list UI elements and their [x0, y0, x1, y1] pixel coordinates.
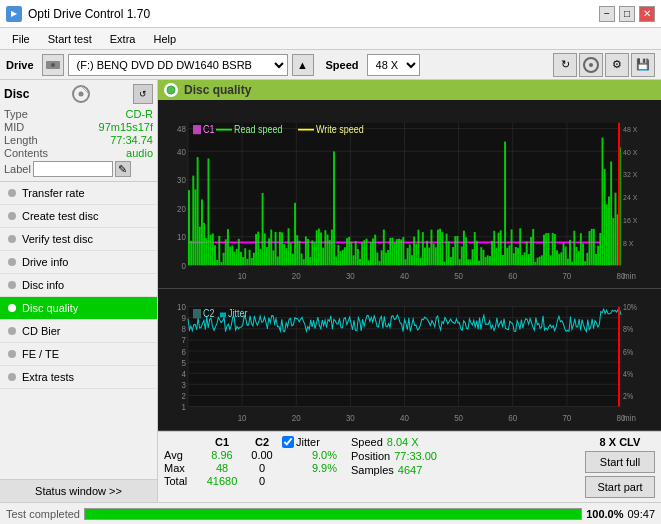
svg-rect-48: [194, 189, 196, 265]
svg-rect-125: [361, 242, 363, 265]
svg-rect-60: [220, 262, 222, 265]
sidebar-item-drive-info[interactable]: Drive info: [0, 251, 157, 274]
status-window-button[interactable]: Status window >>: [0, 479, 157, 502]
nav-dot-icon: [8, 189, 16, 197]
svg-rect-185: [491, 241, 493, 265]
svg-rect-87: [279, 232, 281, 265]
svg-rect-210: [545, 233, 547, 265]
nav-item-label: Disc quality: [22, 302, 78, 314]
speed-row: Speed 8.04 X: [351, 436, 437, 448]
disc-refresh-button[interactable]: ↺: [133, 84, 153, 104]
svg-rect-132: [376, 253, 378, 266]
svg-rect-148: [411, 255, 413, 265]
svg-rect-184: [489, 256, 491, 265]
svg-rect-297: [193, 309, 201, 318]
svg-text:min: min: [623, 270, 636, 281]
svg-text:48: 48: [177, 123, 186, 134]
samples-row: Samples 4647: [351, 464, 437, 476]
disc-header: Disc ↺: [4, 84, 153, 104]
app-title: Opti Drive Control 1.70: [28, 7, 150, 21]
start-full-button[interactable]: Start full: [585, 451, 655, 473]
label-input[interactable]: [33, 161, 113, 177]
sidebar-item-fe-te[interactable]: FE / TE: [0, 343, 157, 366]
sidebar-item-extra-tests[interactable]: Extra tests: [0, 366, 157, 389]
menu-extra[interactable]: Extra: [102, 31, 144, 47]
nav-item-label: Transfer rate: [22, 187, 85, 199]
svg-text:10: 10: [177, 302, 186, 313]
menu-help[interactable]: Help: [145, 31, 184, 47]
svg-rect-134: [381, 250, 383, 265]
label-edit-button[interactable]: ✎: [115, 161, 131, 177]
svg-rect-136: [385, 253, 387, 266]
nav-item-label: Create test disc: [22, 210, 98, 222]
svg-rect-159: [435, 247, 437, 265]
svg-rect-69: [240, 252, 242, 265]
sidebar-item-disc-info[interactable]: Disc info: [0, 274, 157, 297]
svg-text:8 X: 8 X: [623, 238, 634, 248]
svg-text:48 X: 48 X: [623, 124, 637, 134]
svg-text:40: 40: [400, 270, 409, 281]
jitter-checkbox[interactable]: [282, 436, 294, 448]
avg-c1: 8.96: [202, 449, 242, 461]
eject-button[interactable]: ▲: [292, 54, 314, 76]
svg-rect-218: [563, 243, 565, 265]
svg-rect-80: [264, 233, 266, 265]
svg-text:32 X: 32 X: [623, 170, 637, 180]
content-area: Disc quality 010203040481020304050607080…: [158, 80, 661, 502]
svg-rect-57: [214, 245, 216, 265]
svg-rect-246: [193, 125, 201, 134]
svg-rect-64: [229, 247, 231, 266]
settings-button[interactable]: ⚙: [605, 53, 629, 77]
mid-val: 97m15s17f: [99, 121, 153, 133]
svg-text:10: 10: [238, 270, 247, 281]
svg-rect-111: [331, 230, 333, 266]
sidebar-item-transfer-rate[interactable]: Transfer rate: [0, 182, 157, 205]
svg-rect-128: [368, 260, 370, 265]
svg-rect-206: [537, 258, 539, 266]
svg-rect-137: [387, 250, 389, 265]
drive-select[interactable]: (F:) BENQ DVD DD DW1640 BSRB: [68, 54, 288, 76]
svg-rect-205: [534, 262, 536, 265]
title-bar: ▶ Opti Drive Control 1.70 − □ ✕: [0, 0, 661, 28]
svg-rect-160: [437, 230, 439, 266]
svg-rect-186: [493, 231, 495, 265]
maximize-button[interactable]: □: [619, 6, 635, 22]
total-c1: 41680: [202, 475, 242, 487]
refresh-button[interactable]: ↻: [553, 53, 577, 77]
close-button[interactable]: ✕: [639, 6, 655, 22]
speed-select[interactable]: 48 X: [367, 54, 420, 76]
status-time: 09:47: [627, 508, 655, 520]
svg-rect-175: [469, 259, 471, 265]
minimize-button[interactable]: −: [599, 6, 615, 22]
svg-rect-99: [305, 236, 307, 265]
svg-text:40: 40: [177, 146, 186, 157]
svg-text:7: 7: [182, 335, 187, 346]
length-key: Length: [4, 134, 38, 146]
start-part-button[interactable]: Start part: [585, 476, 655, 498]
svg-rect-214: [554, 234, 556, 265]
sidebar-item-cd-bier[interactable]: CD Bier: [0, 320, 157, 343]
svg-rect-191: [504, 142, 506, 266]
svg-rect-131: [374, 235, 376, 266]
disc-button[interactable]: [579, 53, 603, 77]
avg-label: Avg: [164, 449, 202, 461]
menu-starttest[interactable]: Start test: [40, 31, 100, 47]
svg-rect-216: [558, 254, 560, 265]
sidebar-item-disc-quality[interactable]: Disc quality: [0, 297, 157, 320]
svg-rect-240: [610, 162, 612, 266]
svg-rect-106: [320, 232, 322, 265]
svg-rect-47: [192, 176, 194, 266]
save-button[interactable]: 💾: [631, 53, 655, 77]
menu-file[interactable]: File: [4, 31, 38, 47]
svg-rect-188: [498, 233, 500, 266]
samples-key: Samples: [351, 464, 394, 476]
jitter-label: Jitter: [296, 436, 320, 448]
max-c2: 0: [242, 462, 282, 474]
disc-label: Disc: [4, 87, 29, 101]
svg-rect-178: [476, 241, 478, 265]
sidebar-item-verify-test-disc[interactable]: Verify test disc: [0, 228, 157, 251]
drive-icon-btn[interactable]: [42, 54, 64, 76]
sidebar-item-create-test-disc[interactable]: Create test disc: [0, 205, 157, 228]
speed-info: Speed 8.04 X Position 77:33.00 Samples 4…: [351, 436, 437, 476]
svg-rect-107: [322, 248, 324, 266]
